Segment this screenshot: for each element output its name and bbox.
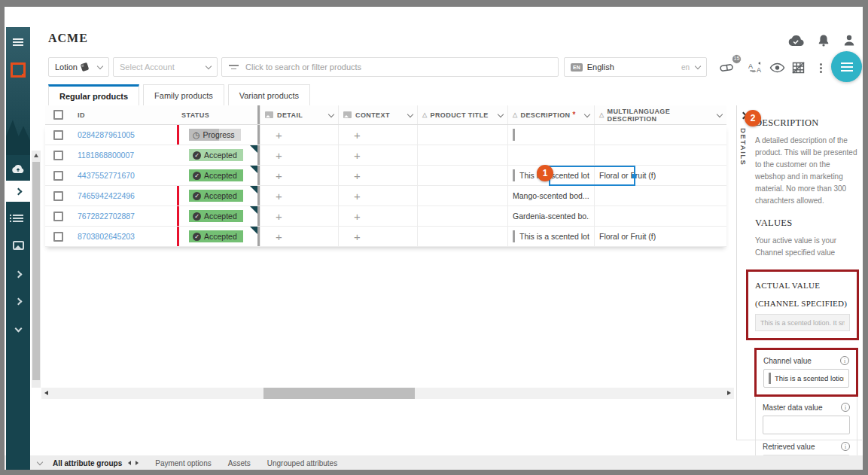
multilanguage-cell[interactable]: Floral or Fruit (f) xyxy=(595,166,726,185)
language-select[interactable]: EN English en xyxy=(564,57,707,77)
product-search xyxy=(221,57,559,77)
product-id-link[interactable]: 7465942422496 xyxy=(78,191,135,200)
chevron-down-icon[interactable] xyxy=(407,111,413,117)
group-next-arrow[interactable] xyxy=(136,461,139,465)
bell-icon[interactable] xyxy=(818,34,830,50)
add-context-button[interactable]: + xyxy=(354,169,361,182)
filter-icon[interactable] xyxy=(229,62,239,72)
row-checkbox[interactable] xyxy=(53,151,63,160)
logo-mark[interactable] xyxy=(6,57,30,83)
column-header-id[interactable]: ID xyxy=(72,105,177,124)
row-checkbox[interactable] xyxy=(53,191,63,201)
required-mark: * xyxy=(572,111,575,119)
scroll-left-arrow[interactable] xyxy=(44,391,48,395)
multilanguage-cell[interactable]: Floral or Fruit (f) xyxy=(595,227,726,246)
user-icon[interactable] xyxy=(843,34,855,50)
product-id-link[interactable]: 1181868800007 xyxy=(78,151,134,160)
column-header-multilanguage-description[interactable]: △MULTILANGUAGE DESCRIPTION xyxy=(595,105,726,124)
chevron-down-icon[interactable] xyxy=(584,111,590,117)
row-checkbox[interactable] xyxy=(53,212,63,221)
add-context-button[interactable]: + xyxy=(354,230,361,243)
chevron-down-icon[interactable] xyxy=(498,111,504,117)
add-detail-button[interactable]: + xyxy=(276,149,282,162)
sidebar-item-products-active[interactable] xyxy=(6,181,30,202)
multilanguage-cell[interactable] xyxy=(595,206,726,226)
vertical-scrollbar[interactable] xyxy=(32,151,41,388)
translate-icon[interactable]: AA xyxy=(747,59,765,76)
sidebar-item-expand-1[interactable] xyxy=(6,263,30,285)
row-checkbox[interactable] xyxy=(53,171,63,181)
description-cell[interactable]: This is a scented loti... xyxy=(508,227,595,246)
add-detail-button[interactable]: + xyxy=(276,129,282,142)
fab-menu-button[interactable] xyxy=(831,51,862,82)
add-detail-button[interactable]: + xyxy=(276,169,282,182)
description-cell[interactable] xyxy=(508,145,595,165)
eye-icon[interactable] xyxy=(768,59,786,76)
collapse-bar-icon[interactable] xyxy=(37,458,43,464)
product-id-link[interactable]: 4437552771670 xyxy=(78,171,135,180)
add-detail-button[interactable]: + xyxy=(276,210,282,223)
add-context-button[interactable]: + xyxy=(354,210,361,223)
column-header-description[interactable]: △DESCRIPTION* xyxy=(508,105,595,124)
sidebar-menu-icon[interactable] xyxy=(6,32,30,53)
status-badge: Accepted xyxy=(189,190,243,202)
catalog-select[interactable]: Lotion xyxy=(48,57,109,77)
grid-off-icon[interactable] xyxy=(789,59,807,76)
info-icon[interactable] xyxy=(841,442,850,451)
row-checkbox[interactable] xyxy=(53,232,63,242)
group-prev-arrow[interactable] xyxy=(128,461,131,465)
attribute-group-item[interactable]: Ungrouped attributes xyxy=(267,459,337,467)
attribute-group-item[interactable]: Payment options xyxy=(155,459,212,467)
add-detail-button[interactable]: + xyxy=(276,230,282,243)
attribute-group-item[interactable]: Assets xyxy=(228,459,251,467)
attribute-group-active[interactable]: All attribute groups xyxy=(53,459,122,467)
description-cell[interactable]: Mango-scented bod... xyxy=(508,186,595,206)
tab-family-products[interactable]: Family products xyxy=(143,84,224,105)
details-panel-tab[interactable]: DETAILS xyxy=(739,128,748,166)
sidebar-item-media[interactable] xyxy=(6,235,30,256)
search-input[interactable] xyxy=(245,62,551,72)
info-icon[interactable] xyxy=(841,403,850,412)
horizontal-scroll-thumb[interactable] xyxy=(263,388,415,399)
cloud-check-icon[interactable] xyxy=(787,35,804,50)
product-id-link[interactable]: 0284287961005 xyxy=(78,130,135,139)
info-icon[interactable] xyxy=(840,356,849,365)
select-all-checkbox[interactable] xyxy=(53,110,63,120)
sidebar-item-expand-2[interactable] xyxy=(6,291,30,312)
kebab-menu-icon[interactable] xyxy=(812,59,830,76)
multilanguage-cell[interactable] xyxy=(595,125,726,145)
description-cell[interactable] xyxy=(508,125,595,145)
add-detail-button[interactable]: + xyxy=(276,190,282,202)
account-select[interactable]: Select Account xyxy=(113,57,218,77)
horizontal-scrollbar[interactable] xyxy=(41,388,734,399)
column-header-product-title[interactable]: △PRODUCT TITLE xyxy=(418,105,508,124)
product-id-link[interactable]: 8703802645203 xyxy=(78,232,135,241)
multilanguage-cell[interactable] xyxy=(595,186,726,206)
channel-value-input[interactable]: This is a scented lotion. It xyxy=(763,369,849,388)
add-context-button[interactable]: + xyxy=(354,149,361,162)
tab-regular-products[interactable]: Regular products xyxy=(48,84,139,105)
row-checkbox[interactable] xyxy=(53,130,63,140)
chevron-down-icon[interactable] xyxy=(328,111,334,117)
scroll-up-arrow[interactable] xyxy=(34,154,38,157)
table-row: 1181868800007 Accepted + + xyxy=(45,145,726,166)
cloud-upload-icon[interactable] xyxy=(6,158,30,179)
sidebar-item-list[interactable] xyxy=(6,208,30,229)
description-cell[interactable]: Gardenia-scented bo... xyxy=(508,206,595,226)
check-icon xyxy=(193,151,201,160)
product-id-link[interactable]: 7672822702887 xyxy=(78,212,135,221)
column-header-context[interactable]: CONTEXT xyxy=(339,105,418,124)
column-header-detail[interactable]: DETAIL xyxy=(260,105,339,124)
multilanguage-cell[interactable] xyxy=(595,145,726,165)
scroll-right-arrow[interactable] xyxy=(727,391,731,395)
chevron-down-icon xyxy=(14,324,22,332)
sidebar-item-collapse[interactable] xyxy=(6,318,30,339)
vertical-scroll-thumb[interactable] xyxy=(32,162,40,380)
master-value-input[interactable] xyxy=(763,416,850,434)
add-context-button[interactable]: + xyxy=(354,190,361,202)
column-header-status[interactable]: STATUS xyxy=(177,105,257,124)
tab-variant-products[interactable]: Variant products xyxy=(228,84,310,105)
pill-icon[interactable]: 15 xyxy=(718,59,736,76)
language-select-value: English xyxy=(587,62,614,72)
add-context-button[interactable]: + xyxy=(354,129,361,142)
